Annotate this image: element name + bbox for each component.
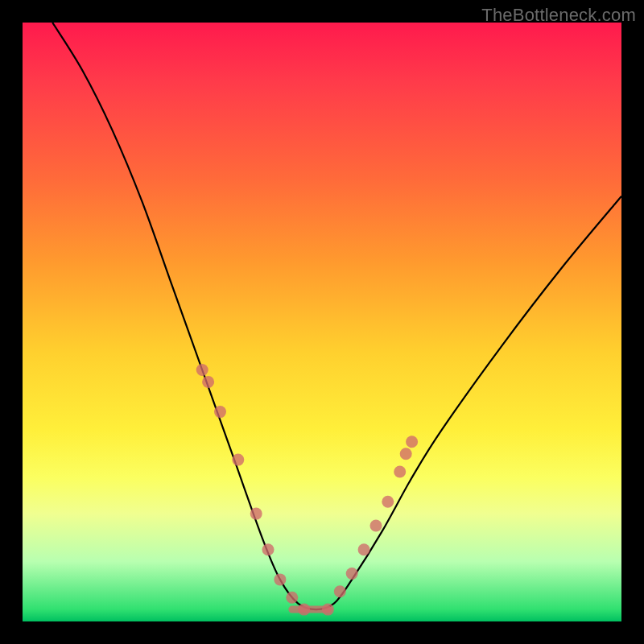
marker-point <box>406 436 418 448</box>
marker-point <box>214 406 226 418</box>
marker-point <box>262 543 275 555</box>
marker-group <box>196 364 418 616</box>
marker-point <box>322 604 334 616</box>
marker-point <box>346 568 358 580</box>
chart-area <box>23 23 621 621</box>
marker-point <box>298 604 310 616</box>
marker-point <box>370 520 382 532</box>
bottleneck-curve <box>52 23 621 609</box>
marker-point <box>382 496 394 508</box>
marker-point <box>394 466 406 478</box>
marker-point <box>250 508 262 520</box>
watermark-text: TheBottleneck.com <box>481 5 636 26</box>
marker-point <box>232 454 244 466</box>
marker-point <box>202 376 214 388</box>
marker-point <box>400 448 412 460</box>
marker-point <box>274 573 286 585</box>
marker-point <box>334 585 346 597</box>
marker-point <box>286 592 298 604</box>
marker-point <box>196 364 208 376</box>
marker-point <box>358 543 370 555</box>
bottleneck-plot <box>23 23 621 621</box>
